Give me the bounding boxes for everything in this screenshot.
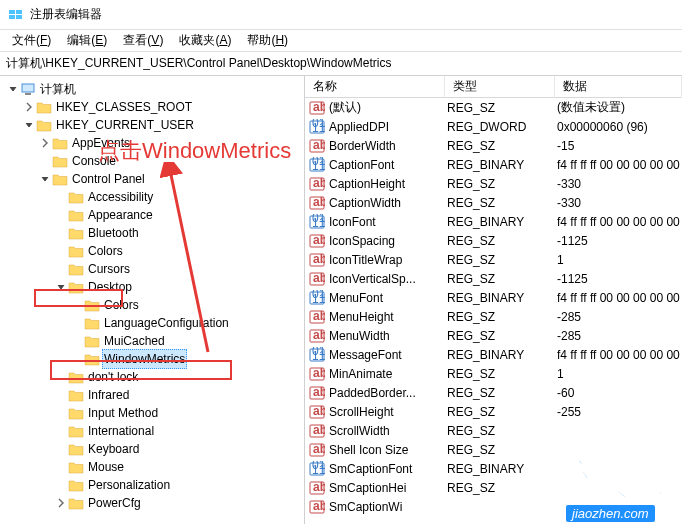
folder-icon [52,136,68,150]
list-row[interactable]: CaptionHeightREG_SZ-330 [305,174,682,193]
list-pane[interactable]: 名称 类型 数据 (默认)REG_SZ(数值未设置)AppliedDPIREG_… [305,76,682,524]
tree-item[interactable]: Appearance [0,206,304,224]
menu-file[interactable]: 文件(F) [4,30,59,51]
chevron-down-icon[interactable] [54,280,68,294]
list-row[interactable]: BorderWidthREG_SZ-15 [305,136,682,155]
menu-edit[interactable]: 编辑(E) [59,30,115,51]
value-type: REG_SZ [447,272,557,286]
col-header-data[interactable]: 数据 [555,76,682,98]
list-row[interactable]: Shell Icon SizeREG_SZ [305,440,682,459]
string-value-icon [309,100,325,116]
tree-item[interactable]: HKEY_CLASSES_ROOT [0,98,304,116]
value-data: 0x00000060 (96) [557,120,682,134]
value-data: (数值未设置) [557,99,682,116]
binary-value-icon [309,119,325,135]
list-header: 名称 类型 数据 [305,76,682,98]
value-type: REG_SZ [447,253,557,267]
folder-icon [68,424,84,438]
menu-help[interactable]: 帮助(H) [239,30,296,51]
list-row[interactable]: SmCaptionHeiREG_SZ [305,478,682,497]
tree-item[interactable]: HKEY_CURRENT_USER [0,116,304,134]
twisty-none [54,478,68,492]
chevron-right-icon[interactable] [22,100,36,114]
value-data: -285 [557,329,682,343]
tree-item[interactable]: Desktop [0,278,304,296]
tree-item[interactable]: Accessibility [0,188,304,206]
list-row[interactable]: SmCaptionWi [305,497,682,516]
value-name: MenuFont [329,291,447,305]
tree-item[interactable]: Cursors [0,260,304,278]
tree-item[interactable]: Input Method [0,404,304,422]
value-data: 1 [557,253,682,267]
string-value-icon [309,366,325,382]
value-type: REG_SZ [447,101,557,115]
chevron-right-icon[interactable] [38,136,52,150]
folder-icon [68,406,84,420]
menu-favorites[interactable]: 收藏夹(A) [171,30,239,51]
list-row[interactable]: CaptionFontREG_BINARYf4 ff ff ff 00 00 0… [305,155,682,174]
tree-item[interactable]: Bluetooth [0,224,304,242]
tree-item-label: WindowMetrics [102,349,187,369]
list-row[interactable]: ScrollWidthREG_SZ [305,421,682,440]
tree-item[interactable]: 计算机 [0,80,304,98]
list-row[interactable]: MessageFontREG_BINARYf4 ff ff ff 00 00 0… [305,345,682,364]
chevron-down-icon[interactable] [38,172,52,186]
string-value-icon [309,233,325,249]
tree-item[interactable]: PowerCfg [0,494,304,512]
value-data: f4 ff ff ff 00 00 00 00 00 00 [557,348,682,362]
value-name: MenuWidth [329,329,447,343]
tree-item[interactable]: Keyboard [0,440,304,458]
list-row[interactable]: MinAnimateREG_SZ1 [305,364,682,383]
tree-item[interactable]: AppEvents [0,134,304,152]
tree-item[interactable]: LanguageConfiguration [0,314,304,332]
tree-item[interactable]: MuiCached [0,332,304,350]
list-row[interactable]: (默认)REG_SZ(数值未设置) [305,98,682,117]
addressbar[interactable]: 计算机\HKEY_CURRENT_USER\Control Panel\Desk… [0,52,682,76]
list-row[interactable]: SmCaptionFontREG_BINARY [305,459,682,478]
tree-pane[interactable]: 计算机HKEY_CLASSES_ROOTHKEY_CURRENT_USERApp… [0,76,305,524]
tree-item[interactable]: Mouse [0,458,304,476]
tree-item[interactable]: Personalization [0,476,304,494]
list-row[interactable]: MenuHeightREG_SZ-285 [305,307,682,326]
folder-icon [68,244,84,258]
col-header-type[interactable]: 类型 [445,76,555,98]
chevron-right-icon[interactable] [54,496,68,510]
value-data: -330 [557,177,682,191]
tree-item[interactable]: don't lock [0,368,304,386]
folder-icon [84,334,100,348]
menu-view[interactable]: 查看(V) [115,30,171,51]
list-row[interactable]: CaptionWidthREG_SZ-330 [305,193,682,212]
chevron-down-icon[interactable] [22,118,36,132]
list-row[interactable]: IconSpacingREG_SZ-1125 [305,231,682,250]
tree-item[interactable]: Control Panel [0,170,304,188]
twisty-none [70,298,84,312]
menubar: 文件(F) 编辑(E) 查看(V) 收藏夹(A) 帮助(H) [0,30,682,52]
string-value-icon [309,195,325,211]
list-row[interactable]: IconFontREG_BINARYf4 ff ff ff 00 00 00 0… [305,212,682,231]
list-row[interactable]: MenuWidthREG_SZ-285 [305,326,682,345]
tree-item[interactable]: WindowMetrics [0,350,304,368]
tree-item[interactable]: Console [0,152,304,170]
value-data: -255 [557,405,682,419]
tree-item[interactable]: Colors [0,242,304,260]
list-row[interactable]: PaddedBorder...REG_SZ-60 [305,383,682,402]
value-type: REG_BINARY [447,291,557,305]
value-data: f4 ff ff ff 00 00 00 00 00 00 [557,215,682,229]
twisty-none [54,406,68,420]
value-type: REG_SZ [447,139,557,153]
list-row[interactable]: IconTitleWrapREG_SZ1 [305,250,682,269]
tree-item[interactable]: International [0,422,304,440]
tree-item-label: Bluetooth [88,224,139,242]
value-name: MenuHeight [329,310,447,324]
chevron-down-icon[interactable] [6,82,20,96]
binary-value-icon [309,214,325,230]
col-header-name[interactable]: 名称 [305,76,445,98]
list-row[interactable]: ScrollHeightREG_SZ-255 [305,402,682,421]
list-row[interactable]: IconVerticalSp...REG_SZ-1125 [305,269,682,288]
tree-item[interactable]: Infrared [0,386,304,404]
tree-item[interactable]: Colors [0,296,304,314]
list-row[interactable]: AppliedDPIREG_DWORD0x00000060 (96) [305,117,682,136]
list-row[interactable]: MenuFontREG_BINARYf4 ff ff ff 00 00 00 0… [305,288,682,307]
titlebar: 注册表编辑器 [0,0,682,30]
value-type: REG_DWORD [447,120,557,134]
